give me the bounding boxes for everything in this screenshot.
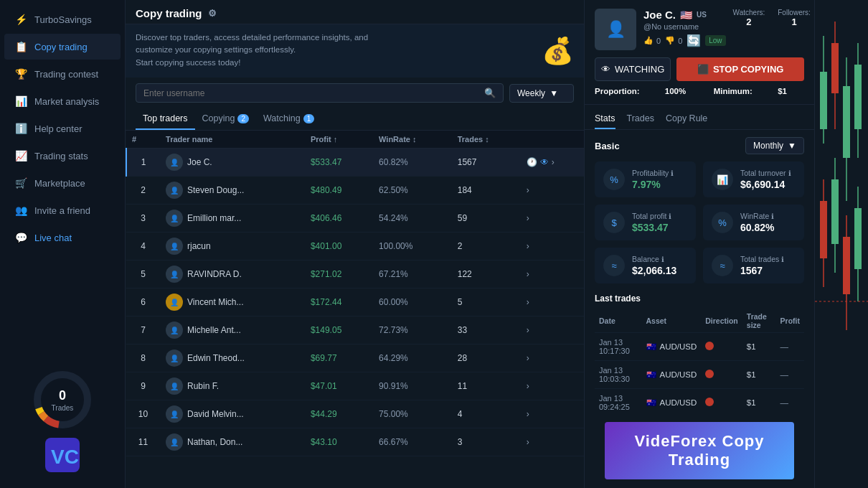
- stat-card-balance: ≈ Balance ℹ $2,066.13: [595, 248, 696, 283]
- trades-cell: 2: [452, 233, 521, 261]
- trading-contest-icon: 🏆: [14, 67, 27, 80]
- monthly-select[interactable]: Monthly ▼: [745, 137, 804, 154]
- action-buttons: 👁 WATCHING ⬛ STOP COPYING: [595, 57, 804, 81]
- sidebar-item-invite-friend[interactable]: 👥 Invite a friend: [4, 197, 121, 223]
- winrate-cell: 64.29%: [373, 344, 452, 372]
- table-row[interactable]: 3 👤 Emillion mar... $406.46 54.24% 59 ›: [126, 205, 584, 233]
- col-winrate: WinRate ↕: [373, 131, 452, 149]
- trader-name-cell: 👤 Michelle Ant...: [160, 316, 305, 344]
- sidebar-item-marketplace[interactable]: 🛒 Marketplace: [4, 170, 121, 196]
- trader-name-cell: 👤 Joe C.: [160, 149, 305, 177]
- direction-dot: [705, 398, 714, 406]
- trader-profile: 👤 Joe C. 🇺🇸 US @No username 👍 0: [585, 0, 814, 105]
- trader-name-cell: 👤 rjacun: [160, 233, 305, 261]
- trades-cell: 33: [452, 316, 521, 344]
- panel-title: Copy trading: [136, 7, 202, 19]
- market-analysis-icon: 📊: [14, 95, 27, 108]
- trader-name-cell: 👤 Rubin F.: [160, 372, 305, 400]
- profile-username: @No username: [643, 22, 726, 31]
- turbo-savings-icon: ⚡: [14, 13, 27, 26]
- table-row[interactable]: 6 👤 Vincent Mich... $172.44 60.00% 5 ›: [126, 288, 584, 316]
- tab-copying[interactable]: Copying 2: [195, 108, 256, 130]
- thumbs-down-button[interactable]: 👎 0: [665, 36, 682, 45]
- copy-trading-panel: Copy trading ⚙ 💰 Discover top traders, a…: [126, 0, 585, 488]
- tab-watching[interactable]: Watching 1: [256, 108, 321, 130]
- col-date: Date: [595, 309, 642, 333]
- chevron-down-icon: ▼: [549, 88, 558, 98]
- trade-row: Jan 13 10:03:30 🇦🇺 AUD/USD $1 —: [595, 361, 804, 389]
- col-profit: Profit ↑: [305, 131, 373, 149]
- trade-profit: —: [776, 361, 804, 389]
- trade-profit: —: [776, 389, 804, 417]
- clock-icon[interactable]: 🕐: [527, 157, 537, 167]
- trade-asset: 🇦🇺 AUD/USD: [642, 333, 702, 361]
- search-box[interactable]: 🔍: [136, 83, 504, 103]
- winrate-cell: 75.00%: [373, 400, 452, 428]
- stats-tab-copy-rule[interactable]: Copy Rule: [666, 111, 707, 129]
- actions-cell: ›: [521, 400, 584, 428]
- stat-card-winrate: % WinRate ℹ 60.82%: [703, 205, 804, 240]
- watching-button[interactable]: 👁 WATCHING: [595, 57, 671, 81]
- tab-top-traders[interactable]: Top traders: [136, 108, 195, 130]
- eye-icon: 👁: [601, 64, 610, 75]
- chevron-right-icon: ›: [527, 241, 529, 251]
- trade-size: $1: [742, 333, 776, 361]
- table-row[interactable]: 11 👤 Nathan, Don... $43.10 66.67% 3 ›: [126, 428, 584, 456]
- trade-date: Jan 13 09:24:25: [595, 389, 642, 417]
- winrate-icon: %: [712, 212, 733, 233]
- col-asset: Asset: [642, 309, 702, 333]
- trader-avatar-sm: 👤: [166, 238, 183, 255]
- stats-tab-stats[interactable]: Stats: [595, 111, 615, 129]
- period-select[interactable]: Weekly ▼: [509, 84, 574, 103]
- flag-icon: 🇦🇺: [646, 370, 656, 380]
- trader-avatar-sm: 👤: [166, 294, 183, 311]
- marketplace-icon: 🛒: [14, 177, 27, 189]
- chevron-right-icon: ›: [527, 325, 529, 335]
- table-row[interactable]: 10 👤 David Melvin... $44.29 75.00% 4 ›: [126, 400, 584, 428]
- table-row[interactable]: 9 👤 Rubin F. $47.01 90.91% 11 ›: [126, 372, 584, 400]
- table-row[interactable]: 4 👤 rjacun $401.00 100.00% 2 ›: [126, 233, 584, 261]
- sidebar-item-copy-trading[interactable]: 📋 Copy trading: [4, 34, 121, 60]
- actions-cell: ›: [521, 233, 584, 261]
- minimum-label: Minimum:: [714, 87, 753, 95]
- turnover-icon: 📊: [712, 169, 733, 190]
- rank-cell: 6: [126, 288, 160, 316]
- svg-rect-20: [843, 237, 850, 294]
- flag-icon: 🇦🇺: [646, 398, 656, 408]
- settings-icon[interactable]: ⚙: [208, 8, 217, 19]
- search-input[interactable]: [143, 88, 484, 98]
- table-row[interactable]: 8 👤 Edwin Theod... $69.77 64.29% 28 ›: [126, 344, 584, 372]
- table-row[interactable]: 1 👤 Joe C. $533.47 60.82% 1567 🕐👁 ›: [126, 149, 584, 177]
- thumbs-up-button[interactable]: 👍 0: [643, 36, 661, 45]
- info-icon: ℹ: [771, 212, 774, 220]
- winrate-cell: 72.73%: [373, 316, 452, 344]
- trades-cell: 184: [452, 177, 521, 205]
- proportion-row: Proportion: 100% Minimum: $1 Maximum: $5…: [595, 87, 804, 95]
- stats-tab-trades[interactable]: Trades: [627, 111, 654, 129]
- sidebar-item-trading-contest[interactable]: 🏆 Trading contest: [4, 61, 121, 87]
- sidebar-item-turbo-savings[interactable]: ⚡ TurboSavings: [4, 6, 121, 32]
- sidebar-item-live-chat[interactable]: 💬 Live chat: [4, 225, 121, 250]
- watchers-stat: Watchers: 2: [733, 9, 765, 37]
- table-row[interactable]: 7 👤 Michelle Ant... $149.05 72.73% 33 ›: [126, 316, 584, 344]
- stop-copying-button[interactable]: ⬛ STOP COPYING: [676, 57, 804, 81]
- main-area: Copy trading ⚙ 💰 Discover top traders, a…: [126, 0, 868, 488]
- eye-icon[interactable]: 👁: [540, 157, 549, 167]
- table-row[interactable]: 5 👤 RAVINDRA D. $271.02 67.21% 122 ›: [126, 261, 584, 288]
- winrate-cell: 90.91%: [373, 372, 452, 400]
- actions-cell: ›: [521, 261, 584, 288]
- trader-avatar-sm: 👤: [166, 322, 183, 339]
- search-icon: 🔍: [484, 88, 496, 98]
- table-row[interactable]: 2 👤 Steven Doug... $480.49 62.50% 184 ›: [126, 177, 584, 205]
- trades-donut: 0 Trades: [30, 367, 95, 432]
- svg-rect-8: [820, 72, 827, 129]
- table-row[interactable]: 12 👤 Hafeez Adew... $40.66 64.44% 45 ›: [126, 456, 584, 461]
- rank-cell: 7: [126, 316, 160, 344]
- sidebar-item-market-analysis[interactable]: 📊 Market analysis: [4, 88, 121, 114]
- sidebar-item-trading-stats[interactable]: 📈 Trading stats: [4, 143, 121, 169]
- sidebar-item-help-center[interactable]: ℹ️ Help center: [4, 116, 121, 141]
- winrate-cell: 60.00%: [373, 288, 452, 316]
- actions-cell: ›: [521, 344, 584, 372]
- stats-content: Basic Monthly ▼ % Profitability ℹ 7.97%: [585, 130, 814, 488]
- live-chat-icon: 💬: [14, 231, 27, 244]
